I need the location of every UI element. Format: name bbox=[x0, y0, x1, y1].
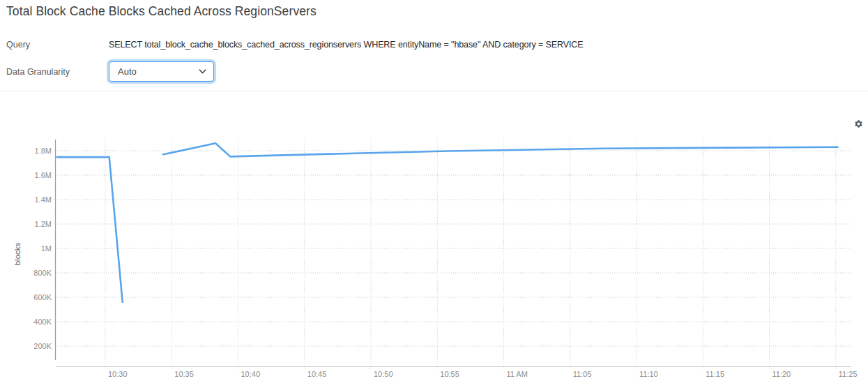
data-granularity-select-wrap: Auto bbox=[109, 61, 214, 82]
x-tick-label: 10:45 bbox=[307, 370, 327, 378]
query-label: Query bbox=[6, 40, 30, 50]
y-tick-label: 1.2M bbox=[35, 220, 52, 228]
x-tick-label: 11:25 bbox=[839, 370, 858, 378]
y-tick-label: 1.4M bbox=[35, 195, 52, 204]
x-tick-label: 11:10 bbox=[639, 370, 658, 378]
y-tick-label: 1M bbox=[41, 244, 52, 253]
x-tick-label: 10:30 bbox=[108, 370, 128, 378]
x-tick-label: 11:20 bbox=[772, 370, 791, 378]
section-divider bbox=[0, 91, 868, 91]
x-tick-label: 10:40 bbox=[241, 370, 261, 378]
y-tick-label: 400K bbox=[33, 318, 52, 326]
page-title: Total Block Cache Blocks Cached Across R… bbox=[6, 4, 317, 19]
y-tick-label: 600K bbox=[33, 293, 52, 301]
x-tick-label: 11:15 bbox=[706, 370, 724, 378]
query-value: SELECT total_block_cache_blocks_cached_a… bbox=[109, 40, 584, 50]
x-tick-label: 10:50 bbox=[374, 370, 393, 378]
y-tick-label: 1.6M bbox=[35, 171, 52, 179]
x-tick-label: 11 AM bbox=[507, 370, 528, 378]
data-granularity-select[interactable]: Auto bbox=[109, 61, 214, 82]
data-granularity-label: Data Granularity bbox=[6, 67, 70, 77]
x-tick-label: 10:55 bbox=[440, 370, 459, 378]
x-tick-label: 10:35 bbox=[174, 370, 194, 378]
y-axis-unit-label: blocks bbox=[13, 242, 22, 265]
y-tick-label: 800K bbox=[33, 269, 52, 277]
y-tick-label: 200K bbox=[33, 342, 52, 350]
y-tick-label: 1.8M bbox=[35, 147, 52, 155]
chart-canvas[interactable]: 200K400K600K800K1M1.2M1.4M1.6M1.8M10:301… bbox=[0, 98, 868, 388]
series-line bbox=[56, 143, 839, 303]
x-tick-label: 11:05 bbox=[573, 370, 592, 378]
